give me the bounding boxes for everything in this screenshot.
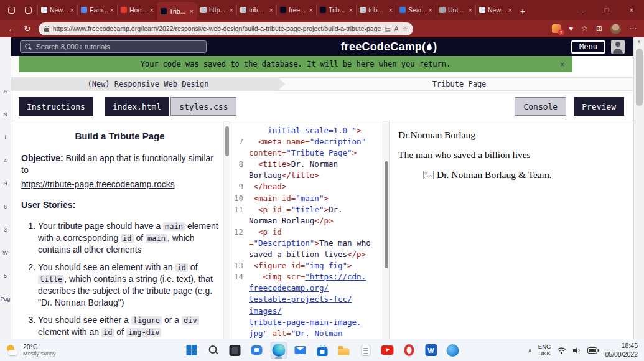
code-row[interactable]: testable-projects-fcc/ <box>230 294 383 305</box>
extensions-icon[interactable]: 2 <box>552 24 561 33</box>
browser-tab[interactable]: New...× <box>475 2 515 17</box>
code-row[interactable]: tribute-page-main-image. <box>230 317 383 328</box>
browser-tab[interactable]: Unt...× <box>436 2 475 17</box>
volume-icon[interactable] <box>572 347 581 354</box>
browser-tab[interactable] <box>19 2 37 17</box>
tab-close-icon[interactable]: × <box>110 6 114 14</box>
chat-taskbar-button[interactable] <box>248 342 265 359</box>
add-favorite-star-icon[interactable]: ☆ <box>402 26 408 32</box>
favorites-icon[interactable]: ☆ <box>581 25 588 32</box>
scrollbar-thumb[interactable] <box>385 161 388 268</box>
edge-taskbar-button[interactable] <box>270 342 287 359</box>
collections-icon[interactable]: ⊞ <box>596 25 602 32</box>
user-avatar-button[interactable] <box>611 40 625 54</box>
browser-tab[interactable]: trib...× <box>236 2 276 17</box>
code-row[interactable]: 8 <title>Dr. Norman <box>230 159 383 170</box>
browser-taskbar-button[interactable] <box>444 342 461 359</box>
word-taskbar-button[interactable] <box>422 342 439 359</box>
code-row[interactable]: 13 <figure id="img-fig"> <box>230 260 383 271</box>
read-aloud-icon[interactable]: A <box>394 26 399 32</box>
tab-styles-css[interactable]: styles.css <box>170 97 236 116</box>
tab-close-icon[interactable]: × <box>150 6 154 14</box>
browser-tab[interactable]: New...× <box>37 2 77 17</box>
url-field[interactable]: https://www.freecodecamp.org/learn/2022/… <box>39 22 414 35</box>
code-row[interactable]: initial-scale=1.0 "> <box>230 125 383 136</box>
browser-tab[interactable]: Fam...× <box>77 2 117 17</box>
code-row[interactable]: freecodecamp.org/ <box>230 283 383 294</box>
browser-tab[interactable]: Sear...× <box>396 2 436 17</box>
search-taskbar-button[interactable] <box>205 342 222 359</box>
tab-close-icon[interactable]: × <box>389 6 393 14</box>
code-row[interactable]: jpg" alt="Dr. Notman <box>230 328 383 339</box>
preview-button[interactable]: Preview <box>574 97 624 116</box>
reading-mode-icon[interactable]: ▤ <box>385 26 390 32</box>
browser-tab[interactable]: Hon...× <box>117 2 157 17</box>
language-indicator[interactable]: ENG UKK <box>538 344 551 357</box>
breadcrumb-project[interactable]: Tribute Page <box>285 78 633 90</box>
maximize-button[interactable]: □ <box>594 0 619 20</box>
tab-close-icon[interactable]: × <box>508 6 512 14</box>
files-taskbar-button[interactable] <box>335 342 352 359</box>
close-button[interactable]: × <box>619 0 644 20</box>
youtube-taskbar-button[interactable] <box>379 342 396 359</box>
tab-close-icon[interactable]: × <box>269 6 273 14</box>
refresh-button[interactable]: ↻ <box>24 24 31 33</box>
store-taskbar-button[interactable] <box>314 342 330 359</box>
console-button[interactable]: Console <box>515 97 566 116</box>
tab-instructions[interactable]: Instructions <box>19 97 93 116</box>
objective-link[interactable]: https://tribute-page.freecodecamp.rocks <box>21 179 175 190</box>
browser-tab[interactable]: Trib...× <box>157 2 197 20</box>
code-row[interactable]: ="Description">The man who <box>230 238 383 249</box>
back-button[interactable]: ← <box>7 24 16 33</box>
start-taskbar-button[interactable] <box>183 342 200 359</box>
code-row[interactable]: 10 <main id="main"> <box>230 193 383 204</box>
code-editor-pane[interactable]: initial-scale=1.0 ">7 <meta name="decrip… <box>230 121 383 339</box>
notes-taskbar-button[interactable] <box>357 342 374 359</box>
instructions-scrollbar[interactable] <box>223 121 230 339</box>
opera-taskbar-button[interactable] <box>401 342 418 359</box>
wifi-icon[interactable] <box>557 347 566 354</box>
profile-avatar[interactable] <box>610 24 621 34</box>
more-menu-icon[interactable]: ⋯ <box>629 25 637 32</box>
fcc-logo[interactable]: freeCodeCamp ( ) <box>341 40 437 54</box>
scrollbar-thumb[interactable] <box>636 49 643 106</box>
code-row[interactable]: images/ <box>230 306 383 317</box>
weather-widget[interactable]: 20°C Mostly sunny <box>6 343 56 357</box>
mail-taskbar-button[interactable] <box>292 342 309 359</box>
flash-close-icon[interactable]: × <box>560 59 565 69</box>
browser-tab[interactable]: free...× <box>276 2 316 17</box>
hidden-icons-chevron[interactable]: ∧ <box>528 347 532 354</box>
tab-index-html[interactable]: index.html <box>105 97 169 116</box>
code-row[interactable]: 7 <meta name="decription" <box>230 136 383 148</box>
browser-tab[interactable]: Trib...× <box>316 2 356 17</box>
code-row[interactable]: 11 <p id ="title">Dr. <box>230 204 383 215</box>
code-row[interactable]: content="Tribute Page"> <box>230 148 383 159</box>
tab-close-icon[interactable]: × <box>309 6 313 14</box>
editor-scrollbar[interactable] <box>383 121 389 339</box>
clock[interactable]: 18:45 05/08/2022 <box>605 342 638 358</box>
code-row[interactable]: 14 <img scr="https://cdn. <box>230 271 383 283</box>
tab-close-icon[interactable]: × <box>349 6 353 14</box>
code-row[interactable]: saved a billion lives</p> <box>230 249 383 260</box>
url-text[interactable]: https://www.freecodecamp.org/learn/2022/… <box>53 25 381 32</box>
scrollbar-thumb[interactable] <box>225 126 229 156</box>
browser-tab[interactable]: trib...× <box>356 2 396 17</box>
battery-icon[interactable] <box>587 347 599 354</box>
page-scrollbar[interactable]: ∧ <box>633 37 644 339</box>
tab-actions-button[interactable] <box>4 2 19 17</box>
tab-close-icon[interactable]: × <box>230 6 233 14</box>
code-row[interactable]: Norman Borlaug</p> <box>230 215 383 227</box>
search-input[interactable]: Search 8,000+ tutorials <box>20 40 207 53</box>
tab-close-icon[interactable]: × <box>190 7 194 15</box>
tab-close-icon[interactable]: × <box>469 6 472 14</box>
scroll-up-icon[interactable]: ∧ <box>634 37 644 45</box>
breadcrumb-course[interactable]: (New) Responsive Web Design <box>11 78 285 90</box>
widgets-taskbar-button[interactable] <box>226 342 243 359</box>
code-row[interactable]: 9 </head> <box>230 181 383 192</box>
browser-essentials-icon[interactable]: ♥ <box>569 25 573 32</box>
tab-close-icon[interactable]: × <box>70 6 74 14</box>
tab-close-icon[interactable]: × <box>429 6 432 14</box>
browser-tab[interactable]: http...× <box>197 2 236 17</box>
minimize-button[interactable]: – <box>569 0 594 20</box>
code-row[interactable]: Borlaug</title> <box>230 170 383 181</box>
